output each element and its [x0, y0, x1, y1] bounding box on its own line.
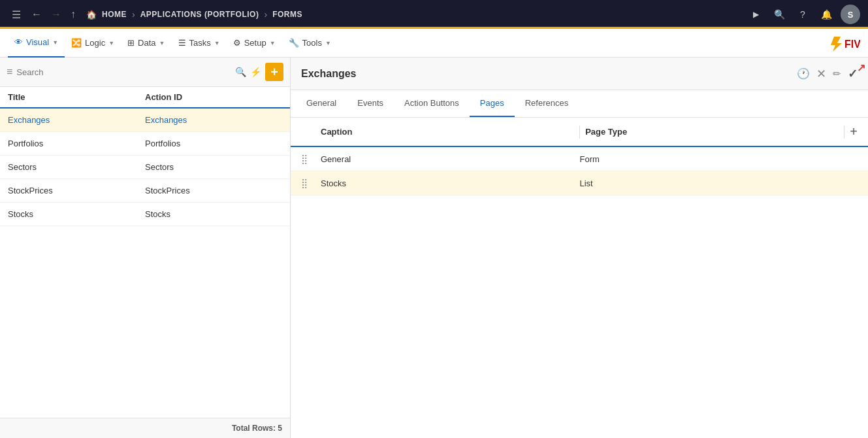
tab-pages[interactable]: Pages: [470, 90, 515, 117]
logic-caret: ▼: [108, 40, 114, 46]
tools-icon: 🔧: [289, 38, 299, 48]
col-title-header: Title: [8, 92, 145, 102]
pages-table-row[interactable]: ⣿ General Form: [291, 147, 868, 171]
table-row[interactable]: Portfolios Portfolios: [0, 132, 290, 156]
cell-action-id: StockPrices: [145, 186, 282, 195]
nav-tasks-label: Tasks: [189, 38, 211, 48]
left-menu-icon[interactable]: ≡: [7, 66, 12, 78]
cell-action-id: Exchanges: [145, 115, 282, 125]
caption-col-header: Caption: [321, 127, 574, 137]
notification-icon[interactable]: 🔔: [817, 5, 835, 24]
total-rows: Total Rows: 5: [232, 424, 282, 433]
cell-action-id: Stocks: [145, 209, 282, 219]
cell-title: Portfolios: [8, 139, 145, 148]
vert-sep: [579, 126, 580, 139]
breadcrumb-sep1: ›: [132, 9, 135, 20]
drag-handle[interactable]: ⣿: [301, 154, 321, 164]
pages-table-header: Caption Page Type +: [291, 118, 868, 147]
tasks-icon: ☰: [178, 38, 186, 48]
nav-logic[interactable]: 🔀 Logic ▼: [65, 34, 121, 52]
history-icon[interactable]: 🕐: [797, 67, 810, 80]
panel-title: Exchanges: [301, 68, 797, 80]
cell-title: StockPrices: [8, 186, 145, 195]
edit-icon[interactable]: ✏: [833, 68, 841, 80]
breadcrumb-sep2: ›: [264, 9, 267, 20]
search-top-icon[interactable]: 🔍: [770, 5, 788, 24]
setup-caret: ▼: [270, 40, 276, 46]
panel-header: Exchanges 🕐 ✕ ✏ ✓ ↗: [291, 58, 868, 90]
tab-general[interactable]: General: [296, 90, 347, 117]
nav-setup[interactable]: ⚙ Setup ▼: [227, 34, 282, 52]
data-caret: ▼: [159, 40, 165, 46]
page-type-cell: Form: [580, 154, 833, 164]
cell-title: Sectors: [8, 162, 145, 172]
svg-text:FIVE: FIVE: [844, 39, 860, 50]
table-row[interactable]: Exchanges Exchanges: [0, 109, 290, 132]
help-icon[interactable]: ?: [794, 5, 812, 24]
breadcrumb-applications[interactable]: APPLICATIONS (PORTFOLIO): [140, 10, 259, 19]
left-table-header: Title Action ID: [0, 87, 290, 109]
svg-marker-0: [831, 37, 842, 52]
tab-events-label: Events: [357, 98, 383, 108]
search-bar: ≡ 🔍 ⚡ +: [0, 58, 290, 87]
save-checkmark-icon[interactable]: ✓ ↗: [848, 67, 858, 81]
search-icon[interactable]: 🔍: [235, 67, 246, 77]
tools-caret: ▼: [325, 40, 331, 46]
cell-title: Exchanges: [8, 115, 145, 125]
tab-events[interactable]: Events: [347, 90, 394, 117]
tasks-caret: ▼: [214, 40, 220, 46]
pages-table-row[interactable]: ⣿ Stocks List: [291, 171, 868, 195]
cell-title: Stocks: [8, 209, 145, 219]
left-panel: ≡ 🔍 ⚡ + Title Action ID Exchanges Exchan…: [0, 58, 291, 438]
tab-pages-label: Pages: [480, 98, 504, 108]
tab-references[interactable]: References: [515, 90, 579, 117]
breadcrumb-home[interactable]: HOME: [102, 10, 127, 19]
red-arrow-indicator: ↗: [857, 61, 865, 74]
play-icon[interactable]: ▶: [747, 5, 765, 24]
nav-visual-label: Visual: [26, 37, 49, 47]
table-row[interactable]: Stocks Stocks: [0, 203, 290, 226]
forward-icon[interactable]: →: [48, 6, 64, 23]
logic-icon: 🔀: [71, 38, 82, 48]
drag-handle[interactable]: ⣿: [301, 178, 321, 188]
nav-logic-label: Logic: [85, 38, 105, 48]
tab-references-label: References: [525, 98, 568, 108]
tabs-bar: General Events Action Buttons Pages Refe…: [291, 90, 868, 118]
cell-action-id: Sectors: [145, 162, 282, 172]
up-icon[interactable]: ↑: [68, 6, 78, 23]
page-type-col-header: Page Type: [585, 127, 839, 137]
back-icon[interactable]: ←: [29, 6, 44, 23]
tab-action-buttons[interactable]: Action Buttons: [394, 90, 470, 117]
nav-data[interactable]: ⊞ Data ▼: [121, 34, 171, 52]
data-icon: ⊞: [127, 38, 135, 48]
five-logo: FIVE: [828, 33, 860, 53]
panel-header-actions: 🕐 ✕ ✏ ✓ ↗: [797, 67, 858, 81]
left-table-footer: Total Rows: 5: [0, 418, 290, 438]
search-input[interactable]: [16, 67, 231, 77]
home-icon: 🏠: [86, 10, 97, 20]
nav-tools[interactable]: 🔧 Tools ▼: [282, 34, 338, 52]
add-button[interactable]: +: [265, 63, 283, 81]
caption-cell: General: [321, 154, 574, 164]
flash-icon[interactable]: ⚡: [250, 67, 261, 77]
left-table-body: Exchanges Exchanges Portfolios Portfolio…: [0, 109, 290, 418]
nav-tasks[interactable]: ☰ Tasks ▼: [172, 34, 227, 52]
nav-setup-label: Setup: [244, 38, 266, 48]
vert-sep2: [844, 126, 844, 139]
add-row-btn[interactable]: +: [850, 124, 858, 139]
right-panel: Exchanges 🕐 ✕ ✏ ✓ ↗ General Events Ac: [291, 58, 868, 438]
page-type-cell: List: [580, 178, 833, 188]
pages-table-body: ⣿ General Form ⣿ Stocks List: [291, 147, 868, 195]
avatar[interactable]: S: [841, 5, 860, 24]
tab-general-label: General: [306, 98, 336, 108]
nav-data-label: Data: [138, 38, 155, 48]
close-icon[interactable]: ✕: [816, 67, 826, 81]
menu-icon[interactable]: ☰: [8, 6, 25, 24]
table-row[interactable]: Sectors Sectors: [0, 156, 290, 179]
visual-eye-icon: 👁: [14, 37, 23, 47]
nav-visual[interactable]: 👁 Visual ▼: [8, 29, 65, 58]
col-action-id-header: Action ID: [145, 92, 282, 102]
breadcrumb-forms[interactable]: FORMS: [272, 10, 302, 19]
tab-action-buttons-label: Action Buttons: [404, 98, 459, 108]
table-row[interactable]: StockPrices StockPrices: [0, 179, 290, 203]
